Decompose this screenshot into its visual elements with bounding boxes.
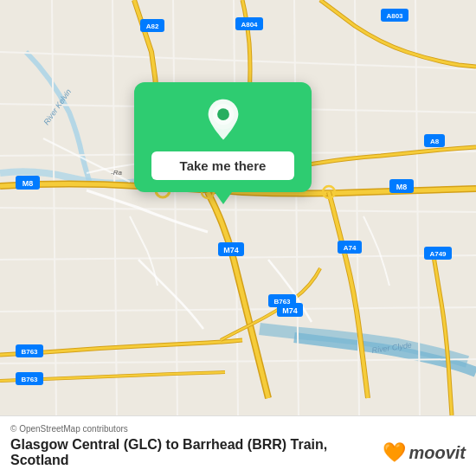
svg-text:M74: M74 bbox=[282, 306, 298, 315]
svg-text:A804: A804 bbox=[241, 21, 258, 29]
popup-card: Take me there bbox=[134, 82, 312, 192]
svg-text:B763: B763 bbox=[21, 348, 38, 356]
map-svg: M8 M8 M74 M74 A82 A804 A803 A8 A74 A749 … bbox=[0, 0, 476, 415]
map-attribution: © OpenStreetMap contributors bbox=[10, 424, 466, 434]
svg-text:M74: M74 bbox=[223, 246, 239, 254]
svg-text:A749: A749 bbox=[429, 250, 447, 258]
route-label-region: Scotland bbox=[10, 453, 69, 467]
svg-text:A74: A74 bbox=[344, 244, 357, 252]
route-label: Glasgow Central (GLC) to Barrhead (BRR) … bbox=[10, 437, 374, 468]
moovit-wordmark: moovit bbox=[408, 443, 466, 463]
svg-text:B763: B763 bbox=[21, 376, 38, 383]
svg-text:A803: A803 bbox=[386, 12, 403, 20]
svg-text:A8: A8 bbox=[430, 138, 440, 145]
svg-text:B763: B763 bbox=[273, 298, 291, 306]
svg-text:M8: M8 bbox=[23, 179, 34, 188]
moovit-logo: 🧡 moovit bbox=[383, 441, 466, 464]
svg-text:A82: A82 bbox=[146, 23, 159, 30]
take-me-there-button[interactable]: Take me there bbox=[151, 151, 294, 180]
svg-text:M8: M8 bbox=[396, 183, 408, 191]
svg-point-49 bbox=[217, 108, 229, 120]
map-container: M8 M8 M74 M74 A82 A804 A803 A8 A74 A749 … bbox=[0, 0, 476, 415]
bottom-bar: © OpenStreetMap contributors Glasgow Cen… bbox=[0, 415, 476, 476]
location-pin-icon bbox=[201, 98, 246, 143]
svg-text:-Ra: -Ra bbox=[111, 169, 122, 177]
moovit-pin-icon: 🧡 bbox=[383, 441, 406, 464]
route-label-main: Glasgow Central (GLC) to Barrhead (BRR) … bbox=[10, 437, 327, 452]
